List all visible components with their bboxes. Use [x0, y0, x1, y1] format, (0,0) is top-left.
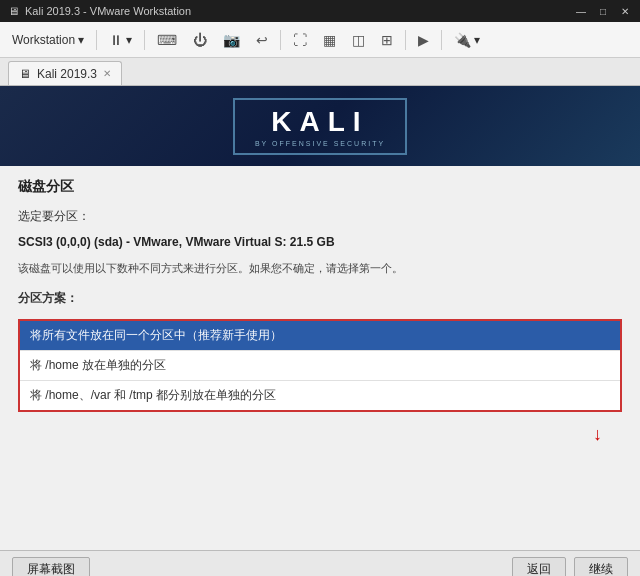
bottom-right-buttons: 返回 继续	[512, 557, 628, 577]
separator-1	[96, 30, 97, 50]
tab-bar: 🖥 Kali 2019.3 ✕	[0, 58, 640, 86]
separator-3	[280, 30, 281, 50]
devices-button[interactable]: 🔌 ▾	[448, 26, 486, 54]
console-icon: ▶	[418, 32, 429, 48]
revert-button[interactable]: ↩	[250, 26, 274, 54]
option-text-1: 将所有文件放在同一个分区中（推荐新手使用）	[30, 328, 282, 342]
option-text-3: 将 /home、/var 和 /tmp 都分别放在单独的分区	[30, 388, 276, 402]
select-partition-label: 选定要分区：	[18, 208, 622, 225]
workstation-menu[interactable]: Workstation ▾	[6, 26, 90, 54]
window-controls: — □ ✕	[574, 4, 632, 18]
resize-button[interactable]: ⊞	[375, 26, 399, 54]
option-item-1[interactable]: 将所有文件放在同一个分区中（推荐新手使用）	[20, 321, 620, 351]
revert-icon: ↩	[256, 32, 268, 48]
scroll-arrow-area: ↓	[18, 424, 622, 445]
title-bar: 🖥 Kali 2019.3 - VMware Workstation — □ ✕	[0, 0, 640, 22]
unity-button[interactable]: ▦	[317, 26, 342, 54]
option-text-2: 将 /home 放在单独的分区	[30, 358, 166, 372]
partition-options: 将所有文件放在同一个分区中（推荐新手使用） 将 /home 放在单独的分区 将 …	[18, 319, 622, 412]
installer-panel: 磁盘分区 选定要分区： SCSI3 (0,0,0) (sda) - VMware…	[0, 166, 640, 550]
pause-button[interactable]: ⏸ ▾	[103, 26, 138, 54]
vm-tab[interactable]: 🖥 Kali 2019.3 ✕	[8, 61, 122, 85]
unity-icon: ▦	[323, 32, 336, 48]
main-content: KALI BY OFFENSIVE SECURITY 磁盘分区 选定要分区： S…	[0, 86, 640, 550]
devices-dropdown: ▾	[474, 33, 480, 47]
maximize-button[interactable]: □	[596, 4, 610, 18]
dropdown-icon: ▾	[78, 33, 84, 47]
screenshot-button[interactable]: 屏幕截图	[12, 557, 90, 577]
description-text: 该磁盘可以使用以下数种不同方式来进行分区。如果您不确定，请选择第一个。	[18, 261, 622, 276]
section-title: 磁盘分区	[18, 178, 622, 196]
pause-dropdown: ▾	[126, 33, 132, 47]
continue-button[interactable]: 继续	[574, 557, 628, 577]
kali-logo-text: KALI	[271, 106, 368, 138]
toolbar: Workstation ▾ ⏸ ▾ ⌨ ⏻ 📷 ↩ ⛶ ▦ ◫ ⊞ ▶ 🔌 ▾	[0, 22, 640, 58]
vm-tab-icon: 🖥	[19, 67, 31, 81]
kali-sub-text: BY OFFENSIVE SECURITY	[255, 140, 385, 147]
window-title: Kali 2019.3 - VMware Workstation	[25, 5, 191, 17]
view-button[interactable]: ◫	[346, 26, 371, 54]
option-item-3[interactable]: 将 /home、/var 和 /tmp 都分别放在单独的分区	[20, 381, 620, 410]
back-button[interactable]: 返回	[512, 557, 566, 577]
snapshot-button[interactable]: 📷	[217, 26, 246, 54]
option-item-2[interactable]: 将 /home 放在单独的分区	[20, 351, 620, 381]
power-button[interactable]: ⏻	[187, 26, 213, 54]
separator-4	[405, 30, 406, 50]
bottom-bar: 屏幕截图 返回 继续	[0, 550, 640, 576]
kali-banner: KALI BY OFFENSIVE SECURITY	[0, 86, 640, 166]
console-button[interactable]: ▶	[412, 26, 435, 54]
snapshot-icon: 📷	[223, 32, 240, 48]
disk-info: SCSI3 (0,0,0) (sda) - VMware, VMware Vir…	[18, 235, 622, 249]
separator-5	[441, 30, 442, 50]
power-icon: ⏻	[193, 32, 207, 48]
tab-close-button[interactable]: ✕	[103, 68, 111, 79]
resize-icon: ⊞	[381, 32, 393, 48]
fullscreen-icon: ⛶	[293, 32, 307, 48]
workstation-label: Workstation	[12, 33, 75, 47]
send-ctrlaltdel-button[interactable]: ⌨	[151, 26, 183, 54]
devices-icon: 🔌	[454, 32, 471, 48]
close-button[interactable]: ✕	[618, 4, 632, 18]
vm-tab-label: Kali 2019.3	[37, 67, 97, 81]
down-arrow-icon: ↓	[593, 424, 602, 445]
minimize-button[interactable]: —	[574, 4, 588, 18]
view-icon: ◫	[352, 32, 365, 48]
send-icon: ⌨	[157, 32, 177, 48]
fullscreen-button[interactable]: ⛶	[287, 26, 313, 54]
pause-icon: ⏸	[109, 32, 123, 48]
scheme-label: 分区方案：	[18, 290, 622, 307]
kali-logo: KALI BY OFFENSIVE SECURITY	[233, 98, 407, 155]
title-bar-left: 🖥 Kali 2019.3 - VMware Workstation	[8, 5, 191, 17]
app-icon: 🖥	[8, 5, 19, 17]
separator-2	[144, 30, 145, 50]
